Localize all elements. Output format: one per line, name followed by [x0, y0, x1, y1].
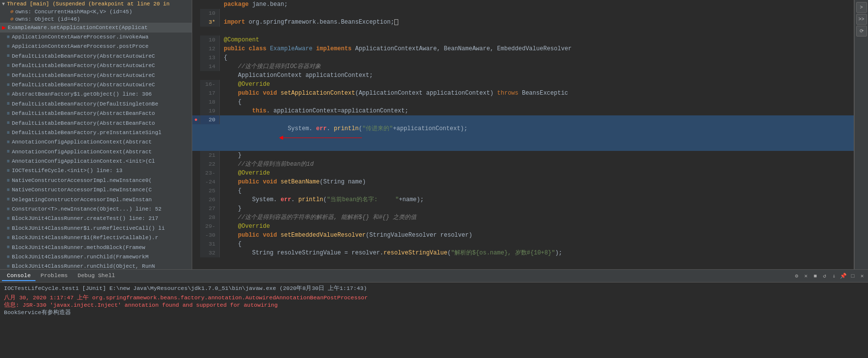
linenum-30: -30: [200, 231, 220, 240]
code-line-22: 22 //这个是得到当前bean的id: [192, 160, 854, 169]
thread-entry[interactable]: ▼ Thread [main] (Suspended (breakpoint a…: [0, 0, 192, 8]
stack-frame-21[interactable]: ≡ BlockJUnit4ClassRunner$1(ReflectivCall…: [0, 233, 192, 243]
linenum-32: 32: [200, 249, 220, 257]
linenum-14: 14: [200, 62, 220, 71]
frame-label-0: ApplicationContextAwareProcessor.invokeA…: [12, 34, 148, 41]
stack-frame-11[interactable]: ≡ AnnotationConfigApplicationContext(Abs…: [0, 138, 192, 147]
stack-frame-7[interactable]: ≡ DefaultListableBeanFactory(DefaultSing…: [0, 100, 192, 109]
stack-frame-17[interactable]: ≡ DelegatingConstructorAccessorImpl.newI…: [0, 195, 192, 205]
console-log1: 八月 30, 2020 1:17:47 上午 org.springframewo…: [4, 294, 864, 301]
code-line-17: 17 public void setApplicationContext(App…: [192, 89, 854, 98]
toolbar-btn-scroll[interactable]: ⇓: [830, 272, 838, 280]
code-line-16: 16- @Override: [192, 80, 854, 89]
current-frame[interactable]: ▶ ExampleAware.setApplicationContext(App…: [0, 23, 192, 33]
owns-text-1: owns: ConcurrentHashMap<K,V> (id=45): [15, 9, 133, 15]
stack-frame-5[interactable]: ≡ DefaultListableBeanFactory(AbstractAut…: [0, 80, 192, 90]
frame-icon-0: ≡: [7, 34, 10, 41]
stack-frame-6[interactable]: ≡ AbstractBeanFactory$1.getObject() line…: [0, 90, 192, 99]
code-line-pkg: package jane.bean;: [192, 0, 854, 9]
linecontent-18: {: [220, 98, 854, 107]
linecontent-14: //这个接口是得到IOC容器对象: [220, 62, 854, 71]
linecontent-import: import org.springframework.beans.BeansEx…: [220, 18, 854, 27]
linenum-23: 23-: [200, 169, 220, 178]
stack-frame-20[interactable]: ≡ BlockJUnit4ClassRunner$1.runReflective…: [0, 224, 192, 233]
toolbar-btn-stop[interactable]: ■: [811, 272, 819, 280]
frame-label-7: DefaultListableBeanFactory(DefaultSingle…: [12, 101, 158, 108]
stack-frame-10[interactable]: ≡ DefaultListableBeanFactory.preInstanti…: [0, 128, 192, 138]
frame-label-18: Constructor<T>.newInstance(Object...) li…: [12, 206, 162, 213]
line20-red-arrow: ◀———————————————————: [279, 133, 362, 142]
stack-frame-18[interactable]: ≡ Constructor<T>.newInstance(Object...) …: [0, 205, 192, 214]
frame-icon-14: ≡: [7, 168, 10, 175]
linecontent-20: System. err. println("传进来的"+applicationC…: [220, 115, 854, 151]
toolbar-btn-settings[interactable]: ⚙: [793, 272, 800, 280]
stack-frame-22[interactable]: ≡ BlockJUnit4ClassRunner.methodBlock(Fra…: [0, 243, 192, 252]
stack-frame-2[interactable]: ≡ DefaultListableBeanFactory(AbstractAut…: [0, 52, 192, 61]
console-content[interactable]: IOCTestLifeCycle.test1 [JUnit] E:\new Ja…: [0, 283, 868, 358]
frame-icon-23: ≡: [7, 254, 10, 261]
toolbar-btn-close[interactable]: ✕: [858, 272, 866, 280]
stack-frame-15[interactable]: ≡ NativeConstructorAccessorImpl.newInsta…: [0, 176, 192, 185]
tab-console[interactable]: Console: [2, 271, 35, 281]
frame-label-20: BlockJUnit4ClassRunner$1.runReflectiveCa…: [12, 225, 165, 232]
linenum-component: 10: [200, 36, 220, 44]
current-frame-arrow: ▶: [2, 24, 6, 32]
stack-frame-16[interactable]: ≡ NativeConstructorAccessorImpl.newInsta…: [0, 185, 192, 195]
stack-frame-3[interactable]: ≡ DefaultListableBeanFactory(AbstractAut…: [0, 61, 192, 71]
frame-label-4: DefaultListableBeanFactory(AbstractAutow…: [12, 72, 155, 79]
frame-label-24: BlockJUnit4ClassRunner.runChild(Object, …: [12, 263, 155, 269]
stack-frame-19[interactable]: ≡ BlockJUnit4ClassRunner.createTest() li…: [0, 214, 192, 223]
toolbar-btn-pin[interactable]: 📌: [839, 272, 847, 280]
linecontent-19: this. applicationContext=applicationCont…: [220, 107, 854, 115]
console-log3: BookService有参构造器: [4, 309, 864, 316]
sidebar-btn-1[interactable]: >: [856, 2, 867, 13]
expand-arrow-icon: ▼: [2, 1, 5, 7]
code-line-24: -24 public void setBeanName(String name): [192, 178, 854, 186]
owns-label-2: ⊕: [10, 16, 13, 22]
linecontent-pkg: package jane.bean;: [220, 0, 854, 9]
linenum-26: 26: [200, 195, 220, 204]
toolbar-btn-rerun[interactable]: ↺: [821, 272, 829, 280]
linenum-29: 29-: [200, 222, 220, 231]
linecontent-17: public void setApplicationContext(Applic…: [220, 89, 854, 98]
stack-frame-14[interactable]: ≡ IOCTestLifeCycle.<init>() line: 13: [0, 166, 192, 176]
code-line-32: 32 String resolveStringValue = resolver.…: [192, 249, 854, 257]
stack-frame-12[interactable]: ≡ AnnotationConfigApplicationContext(Abs…: [0, 147, 192, 157]
owns-label-1: ⊕: [10, 8, 13, 15]
stack-frame-4[interactable]: ≡ DefaultListableBeanFactory(AbstractAut…: [0, 71, 192, 80]
stack-frame-0[interactable]: ≡ ApplicationContextAwareProcessor.invok…: [0, 33, 192, 42]
sidebar-btn-3[interactable]: ⟳: [856, 26, 867, 36]
frame-icon-11: ≡: [7, 139, 10, 146]
toolbar-btn-maximize[interactable]: □: [849, 272, 857, 280]
stack-frames-list: ≡ ApplicationContextAwareProcessor.invok…: [0, 33, 192, 269]
frame-label-13: AnnotationConfigApplicationContext.<init…: [12, 158, 155, 165]
stack-frame-24[interactable]: ≡ BlockJUnit4ClassRunner.runChild(Object…: [0, 262, 192, 269]
code-line-appctx: ApplicationContext applicationContext;: [192, 71, 854, 80]
frame-icon-3: ≡: [7, 63, 10, 70]
code-line-10: 10: [192, 9, 854, 18]
code-line-25: 25 {: [192, 186, 854, 195]
stack-frame-9[interactable]: ≡ DefaultListableBeanFactory(AbstractBea…: [0, 119, 192, 128]
tab-problems[interactable]: Problems: [35, 271, 72, 281]
toolbar-btn-clear[interactable]: ✕: [802, 272, 810, 280]
code-area[interactable]: package jane.bean; 10 3* import org.spri…: [192, 0, 854, 269]
frame-icon-17: ≡: [7, 196, 10, 203]
code-line-empty1: [192, 27, 854, 36]
frame-label-11: AnnotationConfigApplicationContext(Abstr…: [12, 139, 152, 146]
console-log2: 信息: JSR-330 'javax.inject.Inject' annota…: [4, 301, 864, 309]
sidebar-btn-2[interactable]: >>: [856, 14, 867, 25]
tab-debug-shell[interactable]: Debug Shell: [73, 271, 120, 281]
stack-frame-23[interactable]: ≡ BlockJUnit4ClassRunner.runChild(Framew…: [0, 252, 192, 262]
console-tabs: Console Problems Debug Shell ⚙ ✕ ■ ↺ ⇓ 📌…: [0, 270, 868, 283]
code-line-31: 31 {: [192, 240, 854, 249]
stack-frame-1[interactable]: ≡ ApplicationContextAwareProcessor.postP…: [0, 42, 192, 51]
frame-icon-9: ≡: [7, 120, 10, 127]
code-line-import: 3* import org.springframework.beans.Bean…: [192, 18, 854, 27]
code-line-13: 13 {: [192, 53, 854, 62]
stack-frame-8[interactable]: ≡ DefaultListableBeanFactory(AbstractBea…: [0, 109, 192, 118]
linecontent-27: }: [220, 204, 854, 213]
linecontent-28: //这个是得到容器的字符串的解析器, 能解析${} 和#{} 之类的值: [220, 213, 854, 222]
linenum-17: 17: [200, 89, 220, 98]
stack-frame-13[interactable]: ≡ AnnotationConfigApplicationContext.<in…: [0, 157, 192, 166]
linecontent-component: @Component: [220, 36, 854, 44]
